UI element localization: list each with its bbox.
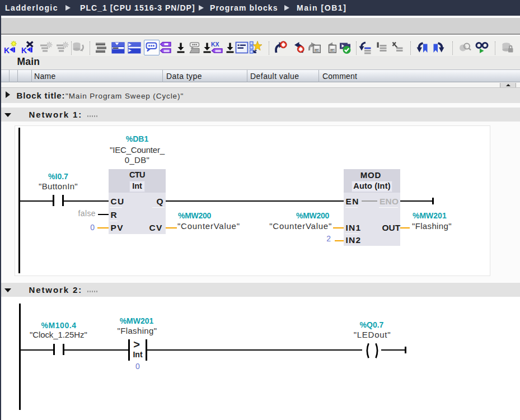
svg-text:01: 01 (331, 49, 334, 52)
svg-text:K: K (4, 46, 10, 54)
svg-text:KX: KX (211, 41, 219, 48)
svg-text:01: 01 (315, 49, 318, 52)
svg-text:K: K (21, 46, 27, 54)
